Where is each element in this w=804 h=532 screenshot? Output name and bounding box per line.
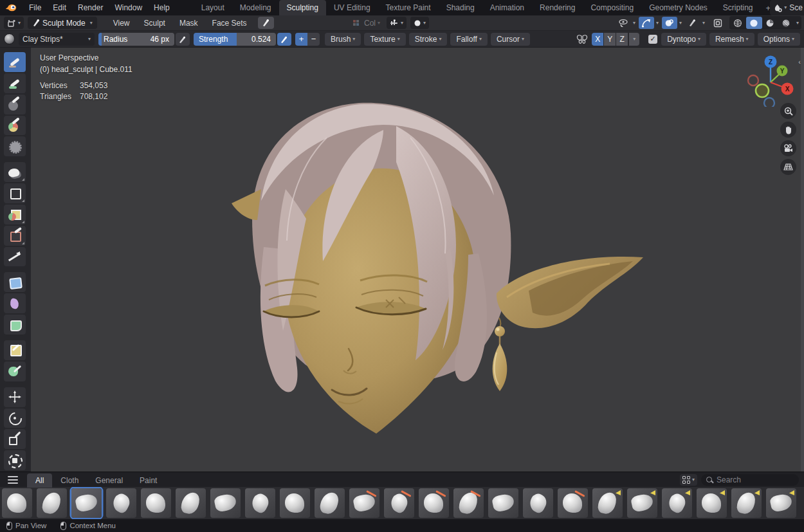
workspace-tab-animation[interactable]: Animation — [482, 0, 532, 15]
brush-thumbnail-11[interactable] — [349, 488, 379, 518]
brush-thumbnail-16[interactable] — [523, 488, 553, 518]
workspace-tab-scripting[interactable]: Scripting — [715, 0, 761, 15]
workspace-tab-compositing[interactable]: Compositing — [583, 0, 641, 15]
annotation-tool-dropdown[interactable] — [685, 17, 700, 29]
mirror-z-button[interactable]: Z — [616, 33, 628, 46]
mask-brush[interactable] — [4, 95, 26, 115]
brush-selector[interactable]: Clay Strips* ▾ — [19, 33, 95, 46]
workspace-tab-uv-editing[interactable]: UV Editing — [326, 0, 378, 15]
menu-help[interactable]: Help — [148, 3, 176, 12]
shading-material-button[interactable] — [762, 17, 778, 29]
display-settings-dropdown[interactable]: ▾ — [680, 474, 697, 486]
strength-pressure-toggle[interactable] — [277, 33, 291, 46]
brush-thumbnail-19[interactable] — [627, 488, 657, 518]
strength-slider[interactable]: Strength 0.524 — [194, 33, 276, 46]
brush-thumbnail-5[interactable] — [141, 488, 171, 518]
axis-x-label[interactable]: X — [785, 86, 790, 93]
asset-search-input[interactable]: Search — [701, 474, 799, 486]
workspace-tab-layout[interactable]: Layout — [194, 0, 232, 15]
mode-selector[interactable]: Sculpt Mode ▾ — [28, 17, 97, 29]
show-gizmo-toggle[interactable] — [639, 17, 654, 29]
shelf-tab-paint[interactable]: Paint — [131, 473, 165, 488]
transform-tool[interactable] — [4, 450, 26, 470]
brush-thumbnail-18[interactable] — [592, 488, 623, 518]
brush-thumbnail-13[interactable] — [419, 488, 449, 518]
brush-thumbnail-3[interactable] — [71, 488, 102, 518]
workspace-tab-modeling[interactable]: Modeling — [232, 0, 279, 15]
brush-thumbnail-17[interactable] — [558, 488, 588, 518]
move-tool[interactable] — [4, 387, 26, 407]
brush-thumbnail-7[interactable] — [210, 488, 241, 518]
remesh-dropdown[interactable]: Remesh ▾ — [709, 33, 754, 46]
axis-y-label[interactable]: Y — [780, 68, 785, 75]
multires-displacement-brush[interactable] — [4, 136, 26, 156]
viewport-display-sphere-dropdown[interactable]: ▾ — [410, 17, 429, 29]
brush-thumbnail-21[interactable] — [697, 488, 727, 518]
rotate-tool[interactable] — [4, 408, 26, 428]
mirror-x-button[interactable]: X — [592, 33, 603, 46]
edit-face-set-tool[interactable] — [4, 340, 26, 360]
box-face-set-tool[interactable] — [4, 205, 26, 225]
shelf-tab-cloth[interactable]: Cloth — [52, 473, 87, 488]
mask-by-color-tool[interactable] — [4, 362, 26, 381]
dyntopo-checkbox[interactable]: ✓ — [648, 35, 657, 44]
brush-thumbnail-12[interactable] — [384, 488, 414, 518]
mirror-dropdown[interactable]: ▾ — [629, 33, 639, 46]
show-overlays-toggle[interactable] — [662, 17, 677, 29]
falloff-shape-dropdown[interactable]: ▾ — [387, 17, 407, 29]
draw-face-sets-brush[interactable] — [4, 116, 26, 136]
falloff-panel-dropdown[interactable]: Falloff▾ — [450, 33, 487, 46]
brush-thumbnail-9[interactable] — [280, 488, 310, 518]
shelf-menu-icon[interactable] — [8, 476, 18, 484]
box-trim-tool[interactable] — [4, 226, 26, 246]
object-visibility-dropdown[interactable] — [616, 17, 631, 29]
shelf-tab-general[interactable]: General — [87, 473, 131, 488]
shading-solid-button[interactable] — [746, 17, 762, 29]
editor-type-button[interactable]: ▾ — [4, 17, 24, 29]
workspace-tab-geometry-nodes[interactable]: Geometry Nodes — [641, 0, 715, 15]
header-menu-sculpt[interactable]: Sculpt — [137, 19, 172, 28]
draw-brush[interactable] — [4, 52, 26, 72]
workspace-tab-rendering[interactable]: Rendering — [532, 0, 583, 15]
navigation-gizmo[interactable]: Z Y X — [745, 54, 796, 107]
brush-thumbnail-14[interactable] — [453, 488, 484, 518]
stroke-panel-dropdown[interactable]: Stroke▾ — [409, 33, 448, 46]
mesh-filter-tool[interactable] — [4, 272, 26, 292]
color-filter-tool[interactable] — [4, 315, 26, 335]
brush-thumbnail-23[interactable] — [766, 488, 796, 518]
pan-hand-button[interactable] — [780, 122, 796, 138]
header-menu-face-sets[interactable]: Face Sets — [205, 19, 254, 28]
header-menu-view[interactable]: View — [106, 19, 137, 28]
zoom-button[interactable] — [780, 103, 796, 119]
brush-thumbnail-22[interactable] — [731, 488, 762, 518]
mirror-y-button[interactable]: Y — [604, 33, 616, 46]
decrease-button[interactable]: − — [307, 33, 320, 46]
box-hide-tool[interactable] — [4, 183, 26, 203]
menu-render[interactable]: Render — [72, 3, 109, 12]
scale-tool[interactable] — [4, 429, 26, 449]
increase-button[interactable]: + — [295, 33, 307, 46]
brush-thumbnail-1[interactable] — [2, 488, 32, 518]
options-dropdown[interactable]: Options ▾ — [758, 33, 800, 46]
viewport-3d[interactable]: User Perspective (0) head_sculpt | Cube.… — [31, 48, 804, 472]
perspective-toggle-button[interactable] — [780, 159, 796, 175]
active-tool-brush-button[interactable] — [258, 17, 274, 29]
sculpt-mesh-head[interactable] — [224, 93, 655, 443]
menu-file[interactable]: File — [23, 3, 47, 12]
brush-thumbnail-10[interactable] — [315, 488, 345, 518]
texture-panel-dropdown[interactable]: Texture▾ — [364, 33, 405, 46]
shelf-tab-all[interactable]: All — [27, 473, 52, 488]
workspace-tab-shading[interactable]: Shading — [439, 0, 482, 15]
xray-toggle[interactable] — [710, 17, 726, 29]
dyntopo-dropdown[interactable]: Dyntopo ▾ — [661, 33, 706, 46]
cursor-panel-dropdown[interactable]: Cursor▾ — [491, 33, 530, 46]
box-mask-tool[interactable] — [4, 162, 26, 182]
viewport-region-border[interactable] — [801, 48, 804, 472]
camera-view-button[interactable] — [780, 140, 796, 156]
brush-thumbnail-8[interactable] — [245, 488, 275, 518]
cloth-filter-tool[interactable] — [4, 293, 26, 313]
scene-selector[interactable]: ▾ Sce — [770, 0, 804, 15]
brush-thumbnail-6[interactable] — [176, 488, 206, 518]
brush-panel-dropdown[interactable]: Brush▾ — [325, 33, 361, 46]
brush-preview-icon[interactable] — [4, 33, 15, 44]
